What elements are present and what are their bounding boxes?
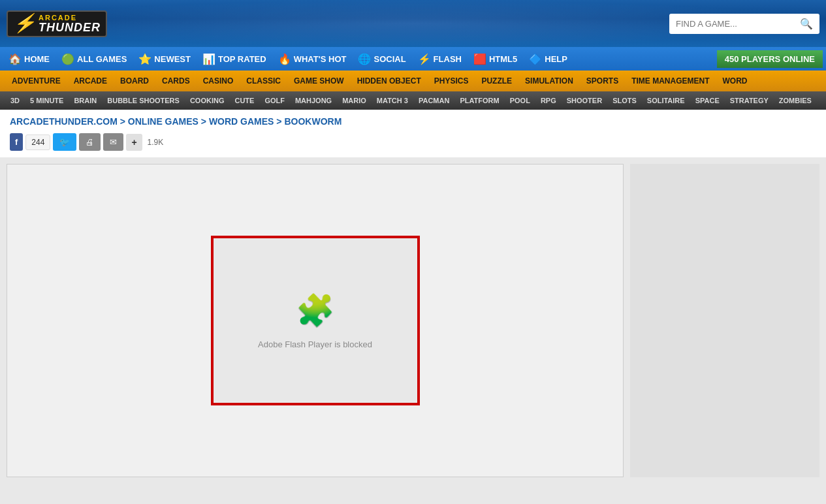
- facebook-button[interactable]: f: [10, 133, 23, 151]
- nav-flash[interactable]: ⚡ FLASH: [413, 49, 467, 69]
- logo-area: ⚡ ARCADE THUNDER: [7, 10, 107, 37]
- nav-social[interactable]: 🌐 SOCIAL: [353, 49, 411, 69]
- nav-home[interactable]: 🏠 HOME: [3, 49, 55, 69]
- search-area: 🔍: [669, 14, 819, 34]
- sub-pool[interactable]: POOL: [505, 94, 535, 107]
- sub-solitaire[interactable]: SOLITAIRE: [642, 94, 690, 107]
- cat-physics[interactable]: PHYSICS: [428, 72, 475, 89]
- nav-top-rated[interactable]: 📊 TOP RATED: [197, 49, 272, 69]
- nav-whats-hot[interactable]: 🔥 WHAT'S HOT: [273, 49, 352, 69]
- cat-casino[interactable]: CASINO: [197, 72, 240, 89]
- sub-3d[interactable]: 3D: [5, 94, 25, 107]
- search-icon: 🔍: [800, 18, 813, 30]
- nav-help-label: HELP: [545, 54, 567, 64]
- nav-help[interactable]: 🔷 HELP: [524, 49, 573, 69]
- nav-newest[interactable]: ⭐ NEWEST: [133, 49, 196, 69]
- cat-puzzle[interactable]: PUZZLE: [475, 72, 518, 89]
- cat-game-show[interactable]: GAME SHOW: [287, 72, 351, 89]
- breadcrumb[interactable]: ARCADETHUNDER.COM > ONLINE GAMES > WORD …: [10, 116, 816, 127]
- nav-social-label: SOCIAL: [373, 54, 405, 64]
- plus-button[interactable]: +: [126, 134, 142, 151]
- cat-adventure[interactable]: ADVENTURE: [5, 72, 67, 89]
- sub-rpg[interactable]: RPG: [535, 94, 562, 107]
- breadcrumb-area: ARCADETHUNDER.COM > ONLINE GAMES > WORD …: [0, 110, 826, 131]
- game-container: 🧩 Adobe Flash Player is blocked: [211, 236, 420, 405]
- logo-bolt-icon: ⚡: [13, 14, 36, 33]
- print-button[interactable]: 🖨: [79, 133, 101, 151]
- sub-golf[interactable]: GOLF: [259, 94, 290, 107]
- sub-cooking[interactable]: COOKING: [185, 94, 230, 107]
- cat-classic[interactable]: CLASSIC: [240, 72, 287, 89]
- cat-cards[interactable]: CARDS: [155, 72, 197, 89]
- nav-flash-label: FLASH: [434, 54, 462, 64]
- logo[interactable]: ⚡ ARCADE THUNDER: [7, 10, 107, 37]
- sub-mahjong[interactable]: MAHJONG: [290, 94, 337, 107]
- cat-board[interactable]: BOARD: [114, 72, 155, 89]
- email-button[interactable]: ✉: [103, 133, 123, 151]
- flash-icon: ⚡: [418, 53, 431, 65]
- right-sidebar: [630, 164, 819, 477]
- html5-icon: 🟥: [473, 53, 486, 65]
- sub-strategy[interactable]: STRATEGY: [725, 94, 774, 107]
- cat-time-management[interactable]: TIME MANAGEMENT: [625, 72, 716, 89]
- share-count: 1.9K: [145, 135, 167, 150]
- social-icon: 🌐: [358, 53, 371, 65]
- help-icon: 🔷: [529, 53, 542, 65]
- search-box[interactable]: 🔍: [669, 14, 819, 34]
- nav-newest-label: NEWEST: [154, 54, 191, 64]
- sub-pacman[interactable]: PACMAN: [413, 94, 454, 107]
- players-online: 450 PLAYERS ONLINE: [717, 50, 823, 68]
- nav-top-rated-label: TOP RATED: [218, 54, 266, 64]
- nav-html5[interactable]: 🟥 HTML5: [468, 49, 522, 69]
- nav-all-games[interactable]: 🟢 ALL GAMES: [56, 49, 132, 69]
- twitter-button[interactable]: 🐦: [53, 133, 76, 151]
- logo-arcade-label: ARCADE: [39, 14, 101, 22]
- top-rated-icon: 📊: [202, 53, 215, 65]
- nav-home-label: HOME: [24, 54, 50, 64]
- main-content: 🧩 Adobe Flash Player is blocked: [0, 157, 826, 484]
- flash-blocked-message: Adobe Flash Player is blocked: [258, 339, 372, 349]
- cat-simulation[interactable]: SIMULATION: [518, 72, 580, 89]
- all-games-icon: 🟢: [61, 53, 74, 65]
- sub-bubble-shooters[interactable]: BUBBLE SHOOTERS: [102, 94, 185, 107]
- cat-word[interactable]: WORD: [716, 72, 754, 89]
- cat-sports[interactable]: SPORTS: [580, 72, 625, 89]
- search-input[interactable]: [676, 19, 800, 29]
- social-bar: f 244 🐦 🖨 ✉ + 1.9K: [0, 131, 826, 157]
- nav-bar: 🏠 HOME 🟢 ALL GAMES ⭐ NEWEST 📊 TOP RATED …: [0, 47, 826, 71]
- header: ⚡ ARCADE THUNDER 🔍: [0, 0, 826, 47]
- category-nav: ADVENTURE ARCADE BOARD CARDS CASINO CLAS…: [0, 71, 826, 91]
- sub-brain[interactable]: BRAIN: [69, 94, 102, 107]
- cat-arcade[interactable]: ARCADE: [67, 72, 114, 89]
- game-area: 🧩 Adobe Flash Player is blocked: [7, 164, 624, 477]
- nav-all-games-label: ALL GAMES: [77, 54, 127, 64]
- sub-mario[interactable]: MARIO: [337, 94, 372, 107]
- sub-match3[interactable]: MATCH 3: [372, 94, 413, 107]
- sub-nav: 3D 5 MINUTE BRAIN BUBBLE SHOOTERS COOKIN…: [0, 91, 826, 110]
- logo-text: ARCADE THUNDER: [39, 14, 101, 33]
- newest-icon: ⭐: [138, 53, 151, 65]
- facebook-count: 244: [25, 134, 50, 150]
- nav-html5-label: HTML5: [489, 54, 517, 64]
- whats-hot-icon: 🔥: [278, 53, 291, 65]
- sub-space[interactable]: SPACE: [690, 94, 725, 107]
- sub-platform[interactable]: PLATFORM: [454, 94, 504, 107]
- nav-whats-hot-label: WHAT'S HOT: [294, 54, 347, 64]
- home-icon: 🏠: [8, 53, 22, 65]
- sub-zombies[interactable]: ZOMBIES: [774, 94, 817, 107]
- cat-hidden-object[interactable]: HIDDEN OBJECT: [351, 72, 428, 89]
- sub-slots[interactable]: SLOTS: [607, 94, 642, 107]
- sub-5-minute[interactable]: 5 MINUTE: [25, 94, 69, 107]
- puzzle-icon: 🧩: [296, 292, 335, 329]
- sub-shooter[interactable]: SHOOTER: [562, 94, 607, 107]
- logo-thunder-label: THUNDER: [39, 22, 101, 33]
- sub-cute[interactable]: CUTE: [229, 94, 259, 107]
